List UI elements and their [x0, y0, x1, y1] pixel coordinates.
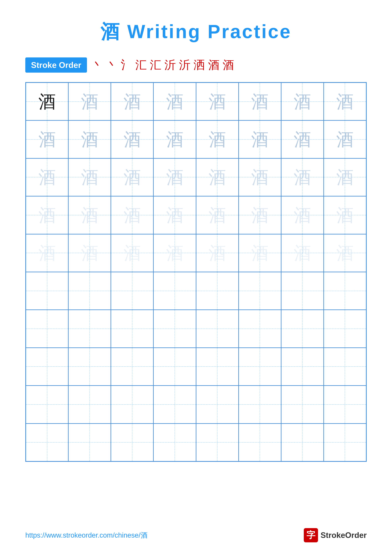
grid-cell[interactable]: 酒: [26, 158, 68, 196]
practice-char: 酒: [38, 93, 56, 110]
grid-cell[interactable]: 酒: [281, 83, 324, 120]
practice-char: 酒: [251, 244, 269, 262]
grid-cell[interactable]: [281, 424, 324, 461]
grid-cell[interactable]: [153, 386, 196, 423]
grid-cell[interactable]: 酒: [68, 120, 111, 158]
grid-cell[interactable]: [111, 348, 153, 386]
grid-cell[interactable]: 酒: [324, 83, 366, 120]
grid-cell[interactable]: [26, 424, 68, 461]
grid-cell[interactable]: 酒: [68, 158, 111, 196]
grid-cell[interactable]: [111, 272, 153, 310]
grid-cell[interactable]: 酒: [239, 158, 281, 196]
grid-cell[interactable]: [196, 386, 239, 423]
grid-cell[interactable]: [196, 272, 239, 310]
grid-cell[interactable]: 酒: [324, 158, 366, 196]
grid-cell[interactable]: [26, 386, 68, 423]
stroke-3: 氵: [121, 58, 132, 73]
practice-char: 酒: [251, 206, 269, 224]
practice-char: 酒: [209, 168, 226, 186]
grid-cell[interactable]: [26, 348, 68, 386]
grid-cell[interactable]: [153, 310, 196, 348]
stroke-order-section: Stroke Order 丶 丶 氵 汇 汇 沂 沂 洒 酒 酒: [0, 58, 392, 73]
practice-char: 酒: [294, 244, 311, 262]
grid-cell[interactable]: 酒: [111, 158, 153, 196]
grid-cell[interactable]: 酒: [324, 234, 366, 272]
grid-cell[interactable]: 酒: [239, 196, 281, 234]
grid-cell[interactable]: 酒: [153, 234, 196, 272]
grid-cell[interactable]: [281, 310, 324, 348]
grid-cell[interactable]: 酒: [196, 158, 239, 196]
grid-cell[interactable]: [239, 310, 281, 348]
practice-char: 酒: [336, 244, 354, 262]
stroke-4: 汇: [135, 58, 147, 73]
grid-cell[interactable]: 酒: [68, 234, 111, 272]
grid-cell[interactable]: 酒: [153, 196, 196, 234]
grid-cell[interactable]: [196, 348, 239, 386]
grid-cell[interactable]: 酒: [111, 196, 153, 234]
grid-cell[interactable]: [68, 348, 111, 386]
practice-char: 酒: [209, 131, 226, 148]
grid-cell[interactable]: [111, 424, 153, 461]
grid-cell[interactable]: 酒: [281, 234, 324, 272]
practice-char: 酒: [209, 244, 226, 262]
grid-cell[interactable]: 酒: [26, 196, 68, 234]
grid-cell[interactable]: [68, 272, 111, 310]
grid-cell[interactable]: 酒: [239, 120, 281, 158]
grid-cell[interactable]: 酒: [281, 158, 324, 196]
grid-cell[interactable]: [324, 348, 366, 386]
practice-grid-container: 酒 酒 酒 酒 酒 酒 酒 酒 酒 酒 酒 酒 酒 酒 酒 酒 酒 酒 酒 酒 …: [0, 82, 392, 462]
grid-cell[interactable]: [281, 386, 324, 423]
grid-cell[interactable]: [68, 424, 111, 461]
grid-cell[interactable]: [111, 310, 153, 348]
grid-cell[interactable]: [196, 424, 239, 461]
grid-cell[interactable]: 酒: [68, 196, 111, 234]
grid-cell[interactable]: [196, 310, 239, 348]
grid-cell[interactable]: [324, 310, 366, 348]
practice-char: 酒: [123, 244, 141, 262]
grid-cell[interactable]: 酒: [281, 196, 324, 234]
grid-cell[interactable]: [26, 272, 68, 310]
practice-char: 酒: [166, 244, 183, 262]
logo-label: StrokeOrder: [321, 531, 367, 540]
grid-cell[interactable]: [239, 424, 281, 461]
grid-cell[interactable]: [153, 348, 196, 386]
grid-cell[interactable]: 酒: [153, 83, 196, 120]
practice-char: 酒: [209, 206, 226, 224]
grid-cell[interactable]: [324, 424, 366, 461]
grid-cell[interactable]: 酒: [324, 196, 366, 234]
grid-cell[interactable]: [281, 348, 324, 386]
grid-cell[interactable]: [239, 272, 281, 310]
grid-cell[interactable]: [153, 424, 196, 461]
grid-cell[interactable]: [324, 386, 366, 423]
grid-cell[interactable]: 酒: [153, 158, 196, 196]
grid-cell[interactable]: 酒: [196, 83, 239, 120]
practice-char: 酒: [336, 93, 354, 110]
grid-cell[interactable]: [111, 386, 153, 423]
grid-cell[interactable]: 酒: [239, 83, 281, 120]
grid-cell[interactable]: [324, 272, 366, 310]
grid-cell[interactable]: 酒: [111, 120, 153, 158]
grid-cell[interactable]: [68, 386, 111, 423]
grid-cell[interactable]: [239, 386, 281, 423]
grid-cell[interactable]: 酒: [26, 120, 68, 158]
grid-cell[interactable]: 酒: [196, 234, 239, 272]
grid-cell[interactable]: [68, 310, 111, 348]
grid-cell[interactable]: 酒: [281, 120, 324, 158]
grid-cell[interactable]: [153, 272, 196, 310]
grid-cell[interactable]: [26, 310, 68, 348]
grid-cell[interactable]: 酒: [153, 120, 196, 158]
grid-cell[interactable]: 酒: [111, 234, 153, 272]
grid-cell[interactable]: 酒: [68, 83, 111, 120]
grid-cell[interactable]: 酒: [196, 196, 239, 234]
grid-cell[interactable]: [281, 272, 324, 310]
footer-url[interactable]: https://www.strokeorder.com/chinese/酒: [25, 531, 148, 540]
grid-cell[interactable]: [239, 348, 281, 386]
grid-cell[interactable]: 酒: [111, 83, 153, 120]
grid-cell[interactable]: 酒: [324, 120, 366, 158]
practice-char: 酒: [166, 131, 183, 148]
grid-cell[interactable]: 酒: [26, 83, 68, 120]
grid-cell[interactable]: 酒: [239, 234, 281, 272]
practice-char: 酒: [336, 131, 354, 148]
grid-cell[interactable]: 酒: [196, 120, 239, 158]
grid-cell[interactable]: 酒: [26, 234, 68, 272]
